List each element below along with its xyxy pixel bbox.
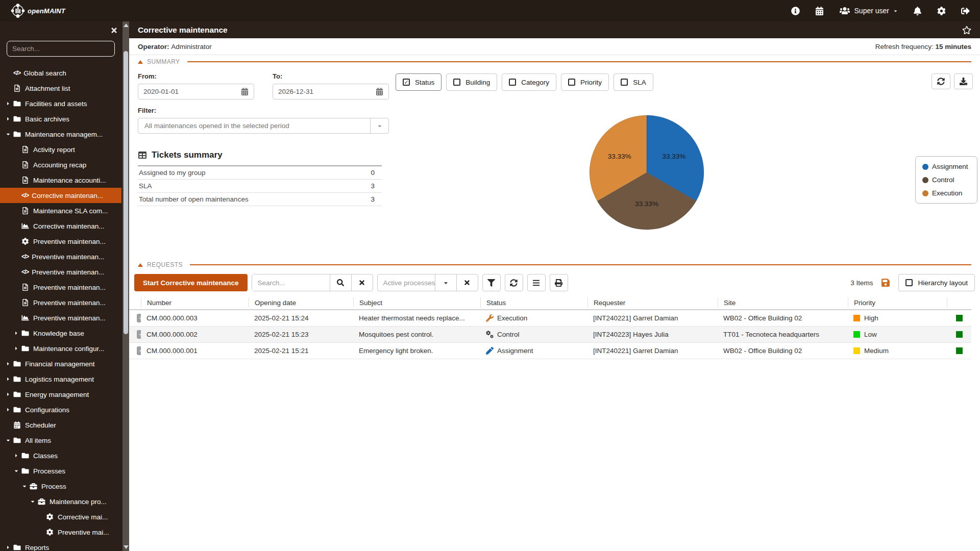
refresh-chart-button[interactable] [932, 73, 950, 89]
sidebar-item[interactable]: Configurations [0, 402, 121, 417]
cell-priority: Medium [848, 347, 947, 355]
clear-search-button[interactable] [351, 274, 373, 291]
sidebar-item[interactable]: Classes [0, 448, 121, 463]
toggle-status[interactable]: ✓Status [396, 73, 442, 91]
scroll-up-icon[interactable] [124, 23, 129, 27]
column-header-requester[interactable]: Requester [587, 297, 718, 308]
table-row[interactable]: +CM.000.000.0022025-02-21 15:23Mosquitoe… [129, 327, 971, 343]
users-icon [839, 7, 850, 15]
sidebar-item[interactable]: Activity report [0, 142, 121, 157]
sidebar-item[interactable]: Process [0, 479, 121, 494]
from-date-input[interactable] [138, 88, 241, 95]
process-filter-select[interactable]: Active processes [378, 274, 435, 291]
calendar-icon[interactable] [376, 88, 383, 95]
print-button[interactable] [550, 274, 568, 291]
requests-search-input[interactable] [252, 274, 330, 291]
start-corrective-maintenance-button[interactable]: Start Corrective maintenance [134, 274, 248, 291]
scroll-down-icon[interactable] [124, 545, 129, 549]
info-icon[interactable] [791, 7, 800, 15]
column-header-site[interactable]: Site [718, 297, 848, 308]
expand-row-button[interactable]: + [137, 314, 141, 322]
sidebar-item[interactable]: Scheduler [0, 417, 121, 433]
legend-item-assignment[interactable]: Assignment [922, 163, 970, 170]
calendar-icon[interactable] [241, 88, 249, 95]
sidebar-item[interactable]: Energy management [0, 387, 121, 402]
sidebar-item[interactable]: Basic archives [0, 111, 121, 127]
legend-item-control[interactable]: Control [922, 176, 970, 184]
status-label: Execution [497, 314, 527, 322]
sidebar-item-label: Attachment list [25, 85, 70, 92]
from-label: From: [138, 72, 254, 80]
column-header-status[interactable]: Status [480, 297, 587, 308]
legend-label: Control [932, 176, 954, 184]
to-date-input[interactable] [273, 88, 376, 95]
sidebar-scrollbar-thumb[interactable] [124, 51, 128, 334]
sidebar-search-input[interactable] [7, 41, 115, 57]
cell-requester: [INT240223] Hayes Julia [587, 331, 718, 338]
collapse-triangle-icon[interactable] [138, 263, 143, 267]
column-header-opening-date[interactable]: Opening date [249, 297, 353, 308]
sidebar-item[interactable]: </>Corrective maintenan... [0, 188, 121, 203]
sign-out-icon[interactable] [961, 7, 970, 15]
refresh-list-button[interactable] [505, 274, 523, 291]
sidebar-scrollbar[interactable] [122, 21, 129, 551]
sidebar-item[interactable]: Maintenance configur... [0, 341, 121, 356]
sidebar-item[interactable]: </>Preventive maintenan... [0, 264, 121, 280]
toggle-building[interactable]: Building [446, 73, 497, 91]
sidebar-item[interactable]: Maintenance managem... [0, 127, 121, 142]
legend-item-execution[interactable]: Execution [922, 189, 970, 197]
bell-icon[interactable] [913, 7, 922, 15]
sidebar-item[interactable]: Maintenance pro... [0, 494, 121, 509]
sidebar-item[interactable]: Preventive mai... [0, 524, 121, 540]
sidebar-item[interactable]: Corrective mai... [0, 509, 121, 524]
sidebar-item[interactable]: Financial management [0, 356, 121, 371]
list-view-button[interactable] [527, 274, 546, 291]
calendar-icon[interactable] [815, 7, 824, 15]
tickets-summary-row: SLA3 [138, 180, 382, 193]
sidebar-item[interactable]: Preventive maintenan... [0, 310, 121, 325]
table-row[interactable]: +CM.000.000.0012025-02-21 15:21Emergency… [129, 343, 971, 359]
collapse-triangle-icon[interactable] [138, 60, 143, 64]
sidebar-item-label: Financial management [25, 360, 95, 368]
column-header-number[interactable]: Number [141, 297, 249, 308]
sidebar-item[interactable]: Processes [0, 463, 121, 479]
sidebar-item[interactable]: Corrective maintenan... [0, 218, 121, 234]
toggle-priority[interactable]: Priority [561, 73, 609, 91]
sidebar-item[interactable]: All items [0, 433, 121, 448]
sidebar-item-label: Scheduler [25, 421, 56, 429]
expand-row-button[interactable]: + [137, 330, 141, 339]
sidebar-item[interactable]: Knowledge base [0, 325, 121, 341]
toggle-category[interactable]: Category [502, 73, 556, 91]
hierarchy-layout-toggle[interactable]: Hierarchy layout [898, 274, 975, 291]
expand-row-button[interactable]: + [137, 346, 141, 355]
sidebar-item[interactable]: Logistics management [0, 371, 121, 387]
sidebar-item[interactable]: Preventive maintenan... [0, 234, 121, 249]
gear-icon[interactable] [937, 7, 946, 15]
sidebar-item[interactable]: Facilities and assets [0, 96, 121, 111]
download-chart-button[interactable] [954, 73, 973, 89]
save-icon[interactable] [881, 278, 890, 287]
sidebar-item[interactable]: Accounting recap [0, 157, 121, 172]
clear-process-filter-button[interactable] [456, 274, 478, 291]
column-header-subject[interactable]: Subject [353, 297, 480, 308]
process-filter-dropdown[interactable] [435, 274, 456, 291]
sidebar-item[interactable]: Reports [0, 540, 121, 551]
column-header-priority[interactable]: Priority [848, 297, 947, 308]
search-button[interactable] [330, 274, 351, 291]
sidebar-item[interactable]: Attachment list [0, 81, 121, 96]
filter-value: All maintenances opened in the selected … [138, 122, 370, 130]
dropdown-segment[interactable] [370, 118, 388, 133]
sidebar-item[interactable]: </>Preventive maintenan... [0, 249, 121, 264]
filter-button[interactable] [482, 274, 501, 291]
filter-select[interactable]: All maintenances opened in the selected … [138, 118, 389, 134]
sidebar-item[interactable]: Maintenance accounti... [0, 172, 121, 188]
user-menu[interactable]: Super user [839, 7, 898, 15]
table-row[interactable]: +CM.000.000.0032025-02-21 15:24Heater th… [129, 310, 971, 327]
toggle-sla[interactable]: SLA [614, 73, 653, 91]
sidebar-item[interactable]: </>Global search [0, 65, 121, 81]
sidebar-item[interactable]: Preventive maintenan... [0, 295, 121, 310]
sidebar-item[interactable]: Preventive maintenan... [0, 280, 121, 295]
sidebar-item[interactable]: Maintenance SLA com... [0, 203, 121, 218]
sidebar-close-icon[interactable] [110, 27, 118, 34]
favorite-star-icon[interactable] [962, 26, 971, 35]
